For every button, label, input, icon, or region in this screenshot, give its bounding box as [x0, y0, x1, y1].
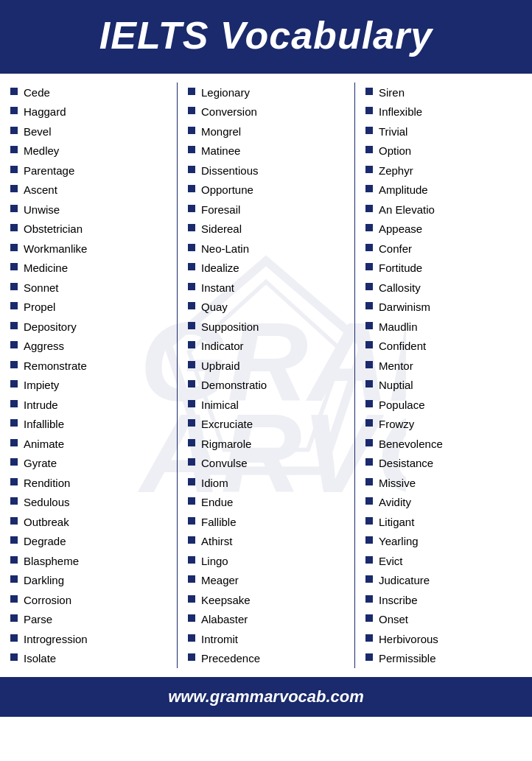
list-item: Medicine: [10, 259, 172, 278]
word-text: Avidity: [379, 495, 411, 510]
bullet-icon: [10, 439, 18, 446]
bullet-icon: [10, 517, 18, 525]
word-text: Introgression: [24, 632, 88, 647]
list-item: Endue: [188, 493, 350, 513]
word-text: Matinee: [201, 144, 240, 158]
word-text: Sidereal: [201, 222, 242, 236]
bullet-icon: [188, 439, 195, 446]
bullet-icon: [10, 127, 18, 134]
word-text: Dissentious: [201, 164, 259, 178]
word-text: Appease: [379, 222, 422, 236]
word-text: Populace: [379, 398, 425, 413]
list-item: Haggard: [10, 102, 172, 122]
word-text: Sonnet: [24, 281, 59, 295]
list-item: Rigmarole: [188, 434, 350, 454]
bullet-icon: [10, 146, 18, 153]
word-text: Medley: [24, 144, 59, 158]
bullet-icon: [188, 185, 195, 192]
list-item: Upbraid: [188, 356, 350, 376]
list-item: Infallible: [10, 415, 172, 435]
word-text: Supposition: [201, 320, 259, 334]
word-text: Excruciate: [201, 417, 253, 432]
bullet-icon: [365, 458, 373, 466]
word-text: Yearling: [379, 534, 419, 549]
bullet-icon: [365, 380, 373, 387]
word-text: Corrosion: [24, 593, 71, 608]
word-text: Meager: [201, 573, 239, 588]
list-item: Darkling: [10, 571, 172, 591]
bullet-icon: [365, 88, 373, 95]
word-text: Foresail: [201, 203, 240, 217]
bullet-icon: [188, 419, 195, 427]
list-item: Medley: [10, 141, 172, 161]
bullet-icon: [365, 556, 373, 564]
list-item: Demonstratio: [188, 376, 350, 396]
word-text: Quay: [201, 300, 228, 315]
bullet-icon: [188, 127, 195, 134]
list-item: Yearling: [365, 532, 528, 552]
list-item: Idealize: [188, 259, 350, 278]
word-text: Isolate: [24, 651, 56, 666]
list-item: Mentor: [365, 356, 528, 376]
word-text: Zephyr: [379, 164, 413, 178]
word-text: Idealize: [201, 261, 239, 276]
word-list-2: LegionaryConversionMongrelMatineeDissent…: [188, 83, 350, 668]
bullet-icon: [188, 575, 195, 583]
content: GRAM ARVOC CedeHaggardBevelMedleyParenta…: [0, 74, 532, 674]
word-text: Mongrel: [201, 125, 241, 139]
word-text: Parentage: [24, 164, 74, 178]
bullet-icon: [10, 575, 18, 583]
word-text: Herbivorous: [379, 632, 438, 647]
footer: www.grammarvocab.com: [0, 677, 532, 717]
word-text: Inimical: [201, 398, 239, 413]
list-item: Avidity: [365, 493, 528, 513]
bullet-icon: [10, 88, 18, 95]
word-text: An Elevatio: [379, 203, 435, 217]
list-item: Amplitude: [365, 180, 528, 200]
bullet-icon: [365, 166, 373, 173]
word-text: Rigmarole: [201, 437, 251, 452]
word-text: Desistance: [379, 456, 433, 471]
bullet-icon: [10, 556, 18, 564]
list-item: Workmanlike: [10, 239, 172, 259]
bullet-icon: [365, 497, 373, 505]
word-text: Athirst: [201, 534, 233, 549]
word-text: Permissible: [379, 651, 436, 666]
list-item: Convulse: [188, 454, 350, 474]
list-item: Foresail: [188, 200, 350, 220]
word-text: Benevolence: [379, 437, 443, 452]
bullet-icon: [10, 478, 18, 485]
bullet-icon: [188, 166, 195, 173]
bullet-icon: [10, 283, 18, 290]
bullet-icon: [188, 341, 195, 348]
word-text: Upbraid: [201, 359, 240, 374]
list-item: Sedulous: [10, 493, 172, 513]
bullet-icon: [188, 263, 195, 270]
word-text: Idiom: [201, 476, 228, 491]
list-item: Idiom: [188, 473, 350, 493]
list-item: Quay: [188, 298, 350, 318]
list-item: Obstetrician: [10, 220, 172, 239]
list-item: Matinee: [188, 141, 350, 161]
bullet-icon: [10, 497, 18, 505]
bullet-icon: [188, 283, 195, 290]
bullet-icon: [365, 361, 373, 368]
list-item: Neo-Latin: [188, 239, 350, 259]
list-item: Fallible: [188, 512, 350, 532]
list-item: Permissible: [365, 649, 528, 669]
bullet-icon: [188, 497, 195, 505]
column-2: LegionaryConversionMongrelMatineeDissent…: [178, 83, 355, 668]
list-item: Aggress: [10, 337, 172, 357]
list-item: Herbivorous: [365, 629, 528, 649]
bullet-icon: [188, 244, 195, 251]
list-item: Zephyr: [365, 161, 528, 180]
bullet-icon: [10, 419, 18, 427]
list-item: Evict: [365, 551, 528, 571]
list-item: Dissentious: [188, 161, 350, 180]
bullet-icon: [365, 478, 373, 485]
list-item: Introgression: [10, 629, 172, 649]
list-item: Athirst: [188, 532, 350, 552]
word-text: Alabaster: [201, 612, 248, 627]
list-item: Inflexible: [365, 102, 528, 122]
list-item: Legionary: [188, 83, 350, 102]
